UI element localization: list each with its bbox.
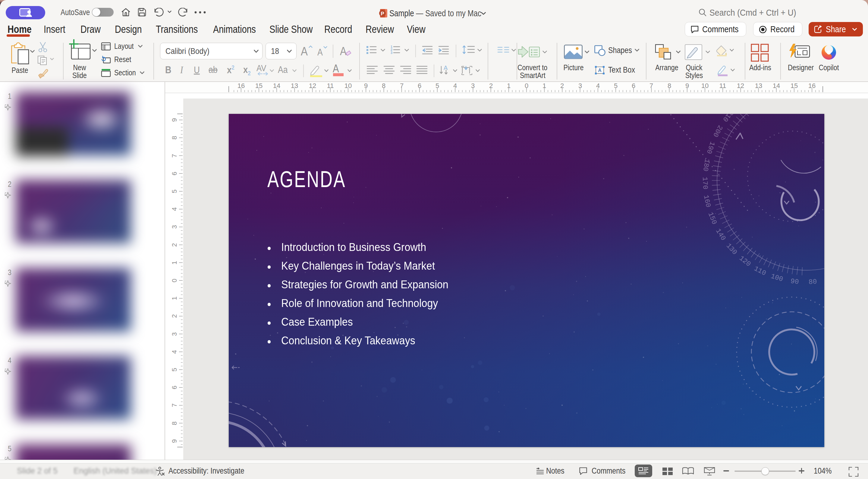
- svg-text:6: 6: [170, 386, 178, 389]
- svg-text:6: 6: [170, 172, 178, 175]
- svg-text:170: 170: [701, 177, 709, 190]
- svg-text:90: 90: [790, 277, 799, 286]
- svg-text:8: 8: [170, 421, 178, 425]
- svg-text:3: 3: [170, 225, 178, 229]
- svg-text:4: 4: [170, 350, 178, 354]
- svg-text:140: 140: [714, 227, 727, 242]
- svg-text:9: 9: [170, 118, 178, 122]
- svg-text:1: 1: [170, 261, 178, 264]
- svg-text:190: 190: [705, 140, 716, 155]
- svg-text:120: 120: [738, 254, 752, 268]
- svg-text:5: 5: [170, 368, 178, 372]
- svg-text:2: 2: [170, 243, 178, 247]
- svg-text:130: 130: [724, 242, 739, 256]
- svg-text:160: 160: [702, 194, 712, 208]
- svg-text:5: 5: [170, 190, 178, 193]
- svg-text:210: 210: [721, 114, 735, 123]
- svg-text:4: 4: [170, 207, 178, 211]
- svg-text:180: 180: [701, 158, 711, 172]
- svg-text:1: 1: [170, 296, 178, 300]
- svg-text:7: 7: [170, 404, 178, 407]
- svg-text:2: 2: [170, 314, 178, 318]
- svg-text:7: 7: [170, 154, 178, 158]
- svg-text:0: 0: [170, 279, 178, 282]
- svg-text:9: 9: [170, 439, 178, 443]
- svg-text:100: 100: [770, 272, 784, 284]
- svg-text:200: 200: [711, 124, 724, 138]
- svg-text:110: 110: [752, 265, 767, 278]
- svg-text:80: 80: [808, 278, 817, 286]
- svg-text:8: 8: [170, 136, 178, 139]
- svg-text:150: 150: [707, 211, 718, 226]
- svg-text:3: 3: [170, 332, 178, 336]
